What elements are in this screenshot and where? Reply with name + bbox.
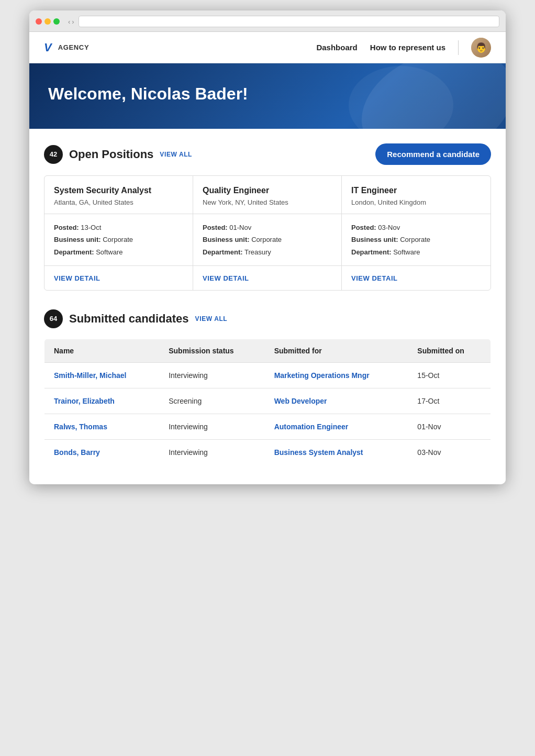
candidate-name-link-1[interactable]: Smith-Miller, Michael xyxy=(54,371,126,380)
job-link-3[interactable]: Automation Engineer xyxy=(274,423,349,431)
candidate-name-link-4[interactable]: Bonds, Barry xyxy=(54,448,100,457)
posted-label-3: Posted: xyxy=(351,224,376,231)
job-link-1[interactable]: Marketing Operations Mngr xyxy=(274,371,370,380)
nav-logo: V AGENCY xyxy=(44,42,89,53)
candidate-name-4: Bonds, Barry xyxy=(44,439,160,465)
app-nav: V AGENCY Dashboard How to represent us 👨 xyxy=(29,32,506,63)
candidate-job-2: Web Developer xyxy=(265,388,408,414)
agency-label: AGENCY xyxy=(58,43,90,51)
browser-window: ‹ › V AGENCY Dashboard How to represent … xyxy=(29,10,506,484)
candidate-name-link-3[interactable]: Ralws, Thomas xyxy=(54,423,107,431)
position-card-3-bottom: VIEW DETAIL xyxy=(342,266,491,290)
hero-banner: Welcome, Nicolas Bader! xyxy=(29,63,506,129)
browser-chrome: ‹ › xyxy=(29,10,506,32)
submitted-candidates-title: Submitted candidates xyxy=(69,312,189,326)
candidates-table-body: Smith-Miller, Michael Interviewing Marke… xyxy=(44,362,491,465)
candidate-status-4: Interviewing xyxy=(159,439,264,465)
dot-yellow[interactable] xyxy=(44,18,51,25)
submitted-candidates-header: 64 Submitted candidates VIEW ALL xyxy=(44,309,491,328)
table-row: Bonds, Barry Interviewing Business Syste… xyxy=(44,439,491,465)
recommend-candidate-button[interactable]: Recommend a candidate xyxy=(375,143,491,165)
posted-label-1: Posted: xyxy=(54,224,79,231)
view-detail-link-3[interactable]: VIEW DETAIL xyxy=(351,274,398,282)
dot-green[interactable] xyxy=(53,18,60,25)
forward-arrow[interactable]: › xyxy=(72,18,74,26)
back-arrow[interactable]: ‹ xyxy=(68,18,70,26)
candidate-name-link-2[interactable]: Trainor, Elizabeth xyxy=(54,397,115,405)
table-row: Smith-Miller, Michael Interviewing Marke… xyxy=(44,362,491,388)
welcome-title: Welcome, Nicolas Bader! xyxy=(48,84,487,104)
position-card-3-middle: Posted: 03-Nov Business unit: Corporate … xyxy=(342,214,491,266)
dot-red[interactable] xyxy=(36,18,42,25)
avatar[interactable]: 👨 xyxy=(471,38,491,58)
position-card-1-bottom: VIEW DETAIL xyxy=(44,266,193,290)
candidate-date-3: 01-Nov xyxy=(408,414,491,439)
position-card-1-middle: Posted: 13-Oct Business unit: Corporate … xyxy=(44,214,193,266)
position-meta-3: Posted: 03-Nov Business unit: Corporate … xyxy=(351,221,481,258)
position-title-1: System Security Analyst xyxy=(54,185,183,196)
business-unit-label-2: Business unit: xyxy=(203,236,250,243)
nav-divider xyxy=(458,40,459,55)
submitted-candidates-view-all[interactable]: VIEW ALL xyxy=(195,315,228,323)
candidate-name-1: Smith-Miller, Michael xyxy=(44,362,160,388)
candidate-date-4: 03-Nov xyxy=(408,439,491,465)
nav-links: Dashboard How to represent us 👨 xyxy=(316,38,491,58)
posted-label-2: Posted: xyxy=(203,224,228,231)
position-card-2-middle: Posted: 01-Nov Business unit: Corporate … xyxy=(193,214,341,266)
position-card-3: IT Engineer London, United Kingdom Poste… xyxy=(342,176,491,290)
position-title-2: Quality Engineer xyxy=(203,185,332,196)
open-positions-title: Open Positions xyxy=(69,148,153,161)
position-location-1: Atlanta, GA, United States xyxy=(54,198,183,206)
job-link-2[interactable]: Web Developer xyxy=(274,397,327,405)
col-name: Name xyxy=(44,339,160,362)
position-meta-1: Posted: 13-Oct Business unit: Corporate … xyxy=(54,221,183,258)
col-submitted-on: Submitted on xyxy=(408,339,491,362)
browser-dots xyxy=(36,18,60,25)
submitted-candidates-badge: 64 xyxy=(44,309,63,328)
position-card-1: System Security Analyst Atlanta, GA, Uni… xyxy=(44,176,193,290)
submitted-candidates-section: 64 Submitted candidates VIEW ALL Name Su… xyxy=(44,309,491,465)
view-detail-link-2[interactable]: VIEW DETAIL xyxy=(203,274,249,282)
business-unit-label-3: Business unit: xyxy=(351,236,398,243)
position-meta-2: Posted: 01-Nov Business unit: Corporate … xyxy=(203,221,332,258)
candidates-table: Name Submission status Submitted for Sub… xyxy=(44,339,491,465)
col-submission-status: Submission status xyxy=(159,339,264,362)
avatar-image: 👨 xyxy=(471,38,491,58)
dashboard-link[interactable]: Dashboard xyxy=(316,43,357,52)
how-to-link[interactable]: How to represent us xyxy=(370,43,445,52)
candidate-status-2: Screening xyxy=(159,388,264,414)
candidate-name-3: Ralws, Thomas xyxy=(44,414,160,439)
candidate-status-3: Interviewing xyxy=(159,414,264,439)
table-row: Trainor, Elizabeth Screening Web Develop… xyxy=(44,388,491,414)
candidate-job-4: Business System Analyst xyxy=(265,439,408,465)
candidates-table-header-row: Name Submission status Submitted for Sub… xyxy=(44,339,491,362)
department-label-2: Department: xyxy=(203,248,243,256)
department-label-3: Department: xyxy=(351,248,392,256)
candidate-job-1: Marketing Operations Mngr xyxy=(265,362,408,388)
position-card-3-top: IT Engineer London, United Kingdom xyxy=(342,176,491,214)
url-bar[interactable] xyxy=(79,16,499,27)
logo-v-icon: V xyxy=(44,42,52,53)
position-card-2-bottom: VIEW DETAIL xyxy=(193,266,341,290)
position-location-2: New York, NY, United States xyxy=(203,198,332,206)
section-header-left: 42 Open Positions VIEW ALL xyxy=(44,145,192,164)
candidate-date-2: 17-Oct xyxy=(408,388,491,414)
business-unit-label-1: Business unit: xyxy=(54,236,101,243)
open-positions-header: 42 Open Positions VIEW ALL Recommend a c… xyxy=(44,143,491,165)
candidate-date-1: 15-Oct xyxy=(408,362,491,388)
candidates-table-head: Name Submission status Submitted for Sub… xyxy=(44,339,491,362)
table-row: Ralws, Thomas Interviewing Automation En… xyxy=(44,414,491,439)
job-link-4[interactable]: Business System Analyst xyxy=(274,448,363,457)
position-card-2: Quality Engineer New York, NY, United St… xyxy=(193,176,342,290)
position-card-2-top: Quality Engineer New York, NY, United St… xyxy=(193,176,341,214)
candidate-name-2: Trainor, Elizabeth xyxy=(44,388,160,414)
view-detail-link-1[interactable]: VIEW DETAIL xyxy=(54,274,101,282)
candidate-status-1: Interviewing xyxy=(159,362,264,388)
candidate-job-3: Automation Engineer xyxy=(265,414,408,439)
positions-grid: System Security Analyst Atlanta, GA, Uni… xyxy=(44,175,491,291)
open-positions-view-all[interactable]: VIEW ALL xyxy=(160,151,192,158)
col-submitted-for: Submitted for xyxy=(265,339,408,362)
browser-arrows: ‹ › xyxy=(68,18,74,26)
main-content: 42 Open Positions VIEW ALL Recommend a c… xyxy=(29,129,506,484)
position-title-3: IT Engineer xyxy=(351,185,481,196)
